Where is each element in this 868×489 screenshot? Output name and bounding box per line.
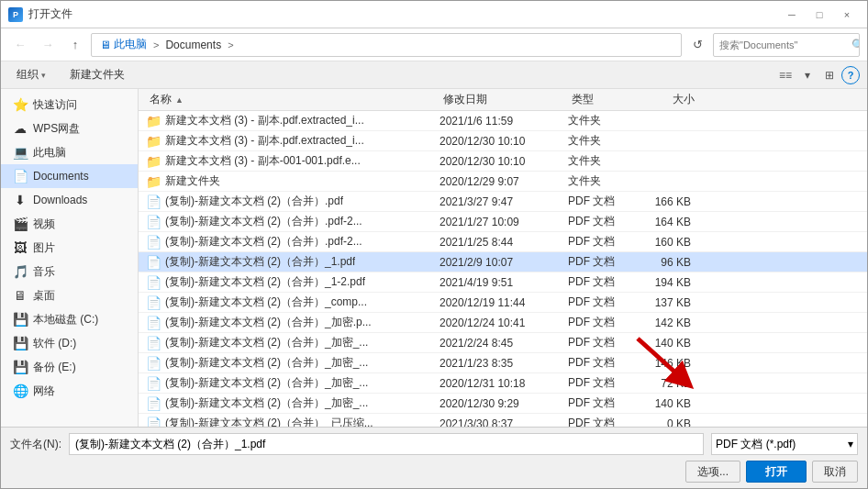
cell-type: PDF 文档 xyxy=(561,355,634,371)
cell-date: 2021/1/23 8:35 xyxy=(432,357,561,370)
filename-text: (复制)-新建文本文档 (2)（合并）_加密_... xyxy=(165,375,368,391)
sidebar-item-this-pc[interactable]: 💻 此电脑 xyxy=(1,140,138,164)
cell-date: 2020/12/30 9:29 xyxy=(432,397,561,410)
col-header-date[interactable]: 修改日期 xyxy=(436,92,564,107)
sidebar-item-backup-e[interactable]: 💾 备份 (E:) xyxy=(1,355,138,379)
open-button[interactable]: 打开 xyxy=(746,461,807,483)
up-button[interactable]: ↑ xyxy=(63,33,87,57)
refresh-button[interactable]: ↺ xyxy=(685,33,709,57)
dialog-title: 打开文件 xyxy=(28,6,72,22)
breadcrumb-documents[interactable]: Documents xyxy=(162,38,224,52)
organize-dropdown-arrow: ▾ xyxy=(41,71,46,80)
pdf-file-icon: 📄 xyxy=(146,396,161,411)
cell-date: 2021/1/25 8:44 xyxy=(432,236,561,249)
sidebar-item-network[interactable]: 🌐 网络 xyxy=(1,379,138,403)
music-icon: 🎵 xyxy=(12,264,28,279)
pc-label: 此电脑 xyxy=(114,37,147,52)
cell-filename: 📁 新建文本文档 (3) - 副本.pdf.extracted_i... xyxy=(139,133,432,149)
help-button[interactable]: ? xyxy=(841,66,860,84)
sidebar-item-software-d[interactable]: 💾 软件 (D:) xyxy=(1,331,138,355)
desktop-label: 桌面 xyxy=(33,288,55,304)
cell-date: 2021/4/19 9:51 xyxy=(432,276,561,289)
sidebar-item-quick-access[interactable]: ⭐ 快速访问 xyxy=(1,93,138,117)
table-row[interactable]: 📁 新建文本文档 (3) - 副本.pdf.extracted_i... 202… xyxy=(139,131,867,151)
table-row[interactable]: 📄 (复制)-新建文本文档 (2)（合并）_1-2.pdf 2021/4/19 … xyxy=(139,272,867,293)
videos-label: 视频 xyxy=(33,217,55,232)
filename-input[interactable] xyxy=(69,433,704,455)
maximize-button[interactable]: □ xyxy=(807,5,832,25)
cell-filename: 📄 (复制)-新建文本文档 (2)（合并）_已压缩... xyxy=(139,416,432,427)
table-row[interactable]: 📄 (复制)-新建文本文档 (2)（合并）_加密_... 2021/1/23 8… xyxy=(139,353,867,373)
view-grid-button[interactable]: ⊞ xyxy=(819,65,840,85)
minimize-button[interactable]: ─ xyxy=(779,5,805,25)
cancel-button[interactable]: 取消 xyxy=(812,461,858,483)
cell-filename: 📄 (复制)-新建文本文档 (2)（合并）_加密_... xyxy=(139,335,432,350)
cell-type: PDF 文档 xyxy=(561,234,634,250)
table-row[interactable]: 📁 新建文本文档 (3) - 副本.pdf.extracted_i... 202… xyxy=(139,111,867,131)
cell-type: PDF 文档 xyxy=(561,274,634,290)
table-row[interactable]: 📁 新建文本文档 (3) - 副本-001-001.pdf.e... 2020/… xyxy=(139,151,867,172)
cell-date: 2020/12/29 9:07 xyxy=(432,175,561,188)
cell-type: PDF 文档 xyxy=(561,295,634,310)
sidebar-item-videos[interactable]: 🎬 视频 xyxy=(1,212,138,236)
view-dropdown-button[interactable]: ▾ xyxy=(797,65,818,85)
cell-date: 2021/3/30 8:37 xyxy=(432,417,561,428)
folder-icon: 📁 xyxy=(146,174,161,189)
bottom-bar: 文件名(N): PDF 文档 (*.pdf) ▾ 选项... 打开 取消 xyxy=(1,427,867,488)
table-row[interactable]: 📄 (复制)-新建文本文档 (2)（合并）_加密_... 2020/12/30 … xyxy=(139,394,867,414)
filename-text: 新建文本文档 (3) - 副本.pdf.extracted_i... xyxy=(165,133,364,149)
col-header-type[interactable]: 类型 xyxy=(564,92,638,107)
sidebar-item-desktop[interactable]: 🖥 桌面 xyxy=(1,283,138,307)
window-controls: ─ □ × xyxy=(779,5,860,25)
sidebar-item-pictures[interactable]: 🖼 图片 xyxy=(1,236,138,260)
table-row[interactable]: 📄 (复制)-新建文本文档 (2)（合并）_加密.p... 2020/12/24… xyxy=(139,313,867,333)
cell-size: 72 KB xyxy=(634,377,698,390)
sidebar-item-downloads[interactable]: ⬇ Downloads xyxy=(1,188,138,212)
new-folder-button[interactable]: 新建文件夹 xyxy=(61,65,133,85)
options-button[interactable]: 选项... xyxy=(685,461,740,483)
downloads-label: Downloads xyxy=(33,194,87,206)
cell-type: 文件夹 xyxy=(561,113,634,128)
cell-type: PDF 文档 xyxy=(561,375,634,391)
sidebar-item-wps[interactable]: ☁ WPS网盘 xyxy=(1,117,138,140)
col-header-size[interactable]: 大小 xyxy=(638,92,702,107)
videos-icon: 🎬 xyxy=(12,217,28,231)
sidebar-item-local-c[interactable]: 💾 本地磁盘 (C:) xyxy=(1,307,138,331)
table-row[interactable]: 📄 (复制)-新建文本文档 (2)（合并）_已压缩... 2021/3/30 8… xyxy=(139,414,867,427)
view-list-button[interactable]: ≡≡ xyxy=(775,65,796,85)
col-header-name[interactable]: 名称 ▲ xyxy=(142,92,436,107)
table-row[interactable]: 📁 新建文件夹 2020/12/29 9:07 文件夹 xyxy=(139,172,867,192)
cell-date: 2021/1/27 10:09 xyxy=(432,216,561,228)
backup-e-icon: 💾 xyxy=(12,360,28,374)
filename-text: (复制)-新建文本文档 (2)（合并）_加密_... xyxy=(165,355,368,371)
cell-size: 160 KB xyxy=(634,236,698,249)
cell-size: 166 KB xyxy=(634,195,698,208)
table-row[interactable]: 📄 (复制)-新建文本文档 (2)（合并）.pdf-2... 2021/1/25… xyxy=(139,232,867,252)
table-row[interactable]: 📄 (复制)-新建文本文档 (2)（合并）.pdf 2021/3/27 9:47… xyxy=(139,192,867,212)
table-row[interactable]: 📄 (复制)-新建文本文档 (2)（合并）_加密_... 2021/2/24 8… xyxy=(139,333,867,353)
local-c-label: 本地磁盘 (C:) xyxy=(33,312,98,328)
organize-label: 组织 xyxy=(17,67,39,83)
back-button[interactable]: ← xyxy=(8,33,32,57)
table-row[interactable]: 📄 (复制)-新建文本文档 (2)（合并）_加密_... 2020/12/31 … xyxy=(139,373,867,394)
organize-button[interactable]: 组织 ▾ xyxy=(8,65,54,85)
forward-button[interactable]: → xyxy=(36,33,60,57)
sidebar-item-documents[interactable]: 📄 Documents xyxy=(1,164,138,188)
table-row[interactable]: 📄 (复制)-新建文本文档 (2)（合并）_1.pdf 2021/2/9 10:… xyxy=(139,252,867,272)
this-pc-label: 此电脑 xyxy=(33,145,66,161)
pdf-file-icon: 📄 xyxy=(146,336,161,350)
close-button[interactable]: × xyxy=(834,5,860,25)
breadcrumb-pc[interactable]: 🖥 此电脑 xyxy=(97,36,150,53)
table-row[interactable]: 📄 (复制)-新建文本文档 (2)（合并）_comp... 2020/12/19… xyxy=(139,293,867,313)
table-row[interactable]: 📄 (复制)-新建文本文档 (2)（合并）.pdf-2... 2021/1/27… xyxy=(139,212,867,232)
network-icon: 🌐 xyxy=(12,383,28,398)
filetype-select[interactable]: PDF 文档 (*.pdf) ▾ xyxy=(711,433,858,455)
search-button[interactable]: 🔍 xyxy=(851,34,860,56)
cell-size: 0 KB xyxy=(634,417,698,428)
pictures-icon: 🖼 xyxy=(12,240,28,255)
search-input[interactable] xyxy=(714,39,851,50)
filename-text: (复制)-新建文本文档 (2)（合并）_加密_... xyxy=(165,335,368,350)
sidebar-item-music[interactable]: 🎵 音乐 xyxy=(1,260,138,283)
address-toolbar: ← → ↑ 🖥 此电脑 > Documents > ↺ 🔍 xyxy=(1,28,867,61)
filetype-value: PDF 文档 (*.pdf) xyxy=(716,437,796,452)
